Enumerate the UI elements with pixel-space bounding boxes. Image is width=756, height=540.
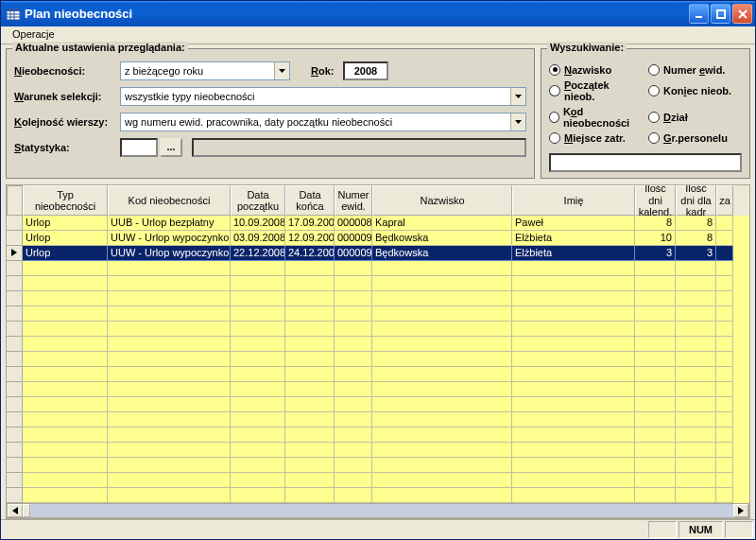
cell: [716, 216, 733, 231]
svg-marker-11: [515, 95, 522, 98]
cell: UUW - Urlop wypoczynko: [108, 246, 231, 261]
radio-label: Numer ewid.: [663, 64, 725, 76]
svg-marker-14: [738, 507, 744, 514]
search-radio-0[interactable]: Nazwisko: [549, 64, 643, 76]
col-kod[interactable]: Kod nieobecności: [108, 185, 231, 216]
radio-label: Nazwisko: [564, 64, 611, 76]
status-num: NUM: [679, 521, 723, 538]
search-radio-1[interactable]: Numer ewid.: [648, 64, 742, 76]
col-numer-ewid[interactable]: Numer ewid.: [335, 185, 372, 216]
cell: Kapral: [372, 216, 512, 231]
statystyka-input[interactable]: [120, 138, 158, 157]
radio-icon: [549, 132, 560, 144]
cell: 24.12.2008: [285, 246, 335, 261]
search-radio-7[interactable]: Gr.personelu: [648, 132, 742, 144]
search-radio-6[interactable]: Miejsce zatr.: [549, 132, 643, 144]
col-nazwisko[interactable]: Nazwisko: [372, 185, 512, 216]
search-panel: Wyszukiwanie: NazwiskoNumer ewid.Począte…: [541, 48, 750, 179]
horizontal-scrollbar[interactable]: [7, 503, 749, 518]
svg-marker-13: [12, 507, 18, 514]
chevron-down-icon: [510, 113, 525, 131]
cell: Urlop: [23, 216, 108, 231]
status-cell: [648, 521, 677, 538]
svg-rect-1: [7, 9, 20, 11]
cell: UUW - Urlop wypoczynko: [108, 231, 231, 246]
col-data-konca[interactable]: Data końca: [285, 185, 335, 216]
scroll-thumb[interactable]: [23, 504, 30, 517]
radio-icon: [549, 85, 560, 96]
rok-input[interactable]: 2008: [343, 61, 388, 80]
cell: 03.09.2008: [231, 231, 285, 246]
radio-icon: [648, 112, 660, 123]
table-row-empty: [7, 261, 749, 276]
search-radio-3[interactable]: Koniec nieob.: [648, 79, 742, 102]
table-row-empty: [7, 458, 749, 473]
window-title: Plan nieobecności: [25, 7, 689, 21]
nieobecnosci-combo[interactable]: z bieżącego roku: [120, 61, 290, 80]
cell: Urlop: [23, 246, 108, 261]
scroll-left-button[interactable]: [8, 504, 23, 517]
table-row-empty: [7, 443, 749, 458]
svg-marker-12: [515, 120, 522, 124]
col-ilosc-kadr[interactable]: Ilość dni dla kadr: [676, 185, 716, 216]
cell: 8: [676, 231, 716, 246]
search-radio-4[interactable]: Kod nieobecności: [549, 106, 643, 129]
cell: [716, 246, 733, 261]
radio-icon: [648, 64, 660, 76]
table-row[interactable]: UrlopUUB - Urlop bezpłatny10.09.200817.0…: [7, 216, 749, 231]
settings-legend: Aktualne ustawienia przeglądania:: [12, 42, 188, 53]
minimize-button[interactable]: [689, 4, 709, 24]
close-button[interactable]: [732, 4, 752, 24]
table-row-empty: [7, 337, 749, 352]
statystyka-browse-button[interactable]: ...: [160, 138, 182, 157]
table-row-empty: [7, 427, 749, 443]
cell: 17.09.2008: [285, 216, 335, 231]
table-row[interactable]: UrlopUUW - Urlop wypoczynko03.09.200812.…: [7, 231, 749, 246]
row-selector[interactable]: [7, 231, 23, 246]
chevron-down-icon: [510, 88, 525, 105]
warunek-label: Warunek selekcji:: [14, 91, 120, 102]
scroll-right-button[interactable]: [733, 504, 748, 517]
table-row[interactable]: UrlopUUW - Urlop wypoczynko22.12.200824.…: [7, 246, 749, 261]
row-selector[interactable]: [7, 246, 23, 261]
col-typ[interactable]: Typ nieobecności: [23, 185, 108, 216]
statystyka-display: [192, 138, 526, 157]
col-data-poczatku[interactable]: Data początku: [231, 185, 285, 216]
warunek-combo[interactable]: wszystkie typy nieobecności: [120, 87, 526, 106]
data-grid: Typ nieobecności Kod nieobecności Data p…: [6, 184, 750, 519]
cell: 8: [676, 216, 716, 231]
table-row-empty: [7, 382, 749, 397]
cell: 000009: [335, 231, 372, 246]
maximize-button[interactable]: [711, 4, 730, 24]
cell: 10.09.2008: [231, 216, 285, 231]
cell: Elżbieta: [512, 231, 635, 246]
table-row-empty: [7, 473, 749, 488]
app-icon: [6, 7, 21, 22]
table-row-empty: [7, 412, 749, 427]
search-radio-5[interactable]: Dział: [648, 106, 742, 129]
col-za[interactable]: za: [716, 185, 733, 216]
cell: 12.09.2008: [285, 231, 335, 246]
cell: Elżbieta: [512, 246, 635, 261]
table-row-empty: [7, 367, 749, 382]
table-row-empty: [7, 322, 749, 337]
cell: 000009: [335, 246, 372, 261]
statystyka-label: Statystyka:: [14, 142, 120, 153]
radio-label: Miejsce zatr.: [564, 132, 626, 144]
radio-icon: [549, 112, 559, 123]
menu-operacje[interactable]: Operacje: [7, 27, 60, 41]
search-input[interactable]: [549, 153, 742, 172]
cell: 000008: [335, 216, 372, 231]
row-selector[interactable]: [7, 216, 23, 231]
col-imie[interactable]: Imię: [512, 185, 635, 216]
search-radio-2[interactable]: Początek nieob.: [549, 79, 643, 102]
cell: 8: [635, 216, 676, 231]
col-ilosc-kalend[interactable]: Ilość dni kalend.: [635, 185, 676, 216]
kolejnosc-combo[interactable]: wg numeru ewid. pracownika, daty początk…: [120, 113, 526, 131]
cell: Będkowska: [372, 231, 512, 246]
table-row-empty: [7, 276, 749, 291]
svg-rect-7: [717, 10, 725, 18]
cell: Urlop: [23, 231, 108, 246]
svg-marker-10: [279, 69, 285, 73]
table-row-empty: [7, 488, 749, 503]
